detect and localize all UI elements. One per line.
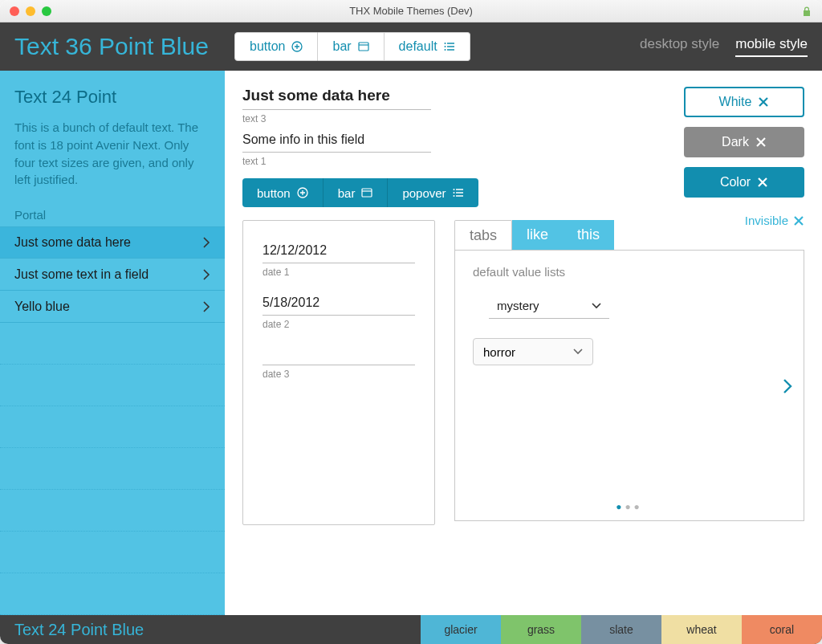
svg-rect-6 [362,189,372,197]
tab-content-heading: default value lists [473,265,786,279]
swatch-glacier[interactable]: glacier [421,615,501,644]
color-button[interactable]: Color [684,167,804,198]
sidebar-section-label: Portal [0,208,225,226]
chevron-right-icon [202,301,210,312]
tab-mobile-style[interactable]: mobile style [735,36,808,57]
date3-value[interactable] [262,348,415,365]
portal-row-label: Yello blue [14,300,70,314]
lock-icon [803,6,811,17]
next-page-button[interactable] [783,375,792,396]
seg-bar[interactable]: bar [318,32,384,61]
app-footer: Text 24 Point Blue glaciergrassslatewhea… [0,615,822,644]
dark-button[interactable]: Dark [684,127,804,157]
swatch-grass[interactable]: grass [501,615,581,644]
portal-row[interactable]: Yello blue [0,291,225,323]
close-icon [755,137,767,148]
window-icon [361,188,372,198]
tab-this[interactable]: this [563,220,614,251]
portal-row[interactable]: Just some data here [0,226,225,259]
plus-circle-icon [297,187,308,198]
window-titlebar: THX Mobile Themes (Dev) [0,0,822,22]
invisible-button[interactable]: Invisible [684,214,804,227]
close-icon [758,96,769,108]
swatch-slate[interactable]: slate [581,615,661,644]
field-text1-value[interactable]: Some info in this field [242,132,431,153]
sidebar-heading: Text 24 Point [14,87,210,108]
seg-button[interactable]: button [234,32,318,61]
svg-point-8 [453,192,454,194]
date2-value[interactable]: 5/18/2012 [262,296,415,316]
footer-title: Text 24 Point Blue [0,621,421,639]
dropdown-boxed[interactable]: horror [473,338,593,365]
pill-popover[interactable]: popover [387,178,478,207]
sidebar: Text 24 Point This is a bunch of default… [0,71,225,615]
swatch-coral[interactable]: coral [742,615,822,644]
date1-label: date 1 [262,267,415,278]
list-icon [444,42,455,51]
dropdown-value: horror [483,345,515,359]
list-icon [453,188,464,198]
page-dots: ●●● [455,501,804,512]
seg-default[interactable]: default [385,32,470,61]
tab-desktop-style[interactable]: desktop style [640,36,719,57]
chevron-down-icon [573,348,583,355]
tab-panel: tabs like this default value lists myste… [454,220,804,525]
portal-row-label: Just some text in a field [14,267,149,282]
swatch-wheat[interactable]: wheat [661,615,742,644]
white-button[interactable]: White [684,87,804,117]
chevron-down-icon [592,303,601,309]
window-title: THX Mobile Themes (Dev) [0,5,822,17]
close-icon [793,215,804,226]
field-text3-value[interactable]: Just some data here [242,87,431,110]
svg-point-9 [453,195,454,197]
date2-label: date 2 [262,319,415,330]
portal-row[interactable]: Just some text in a field [0,259,225,291]
date-panel: 12/12/2012 date 1 5/18/2012 date 2 date … [242,220,435,525]
dropdown-underline[interactable]: mystery [489,293,609,319]
main-content: Just some data here text 3 Some info in … [225,71,822,615]
tab-like[interactable]: like [512,220,563,251]
svg-point-3 [444,46,446,47]
plus-circle-icon [291,41,303,52]
pill-bar[interactable]: bar [323,178,388,207]
header-segmented-control: button bar default [234,32,470,61]
svg-point-2 [444,43,446,44]
svg-point-4 [444,49,446,51]
date3-label: date 3 [262,369,415,380]
chevron-right-icon [202,269,210,280]
app-header: Text 36 Point Blue button bar default de… [0,22,822,71]
sidebar-description: This is a bunch of default text. The fon… [14,119,210,189]
dropdown-value: mystery [497,299,539,312]
portal-row-label: Just some data here [14,235,131,250]
page-title: Text 36 Point Blue [14,33,215,60]
window-icon [358,42,369,51]
chevron-right-icon [202,237,210,248]
close-icon [757,177,768,188]
svg-point-7 [453,189,454,190]
svg-rect-1 [359,43,368,51]
tab-tabs[interactable]: tabs [454,220,512,251]
pill-button[interactable]: button [242,178,323,207]
date1-value[interactable]: 12/12/2012 [262,243,415,263]
